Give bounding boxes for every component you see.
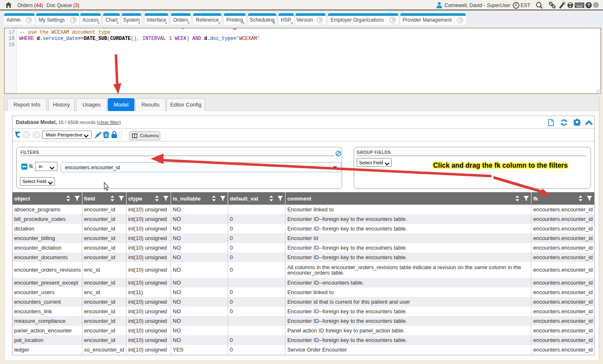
- svg-text:?: ?: [587, 2, 590, 7]
